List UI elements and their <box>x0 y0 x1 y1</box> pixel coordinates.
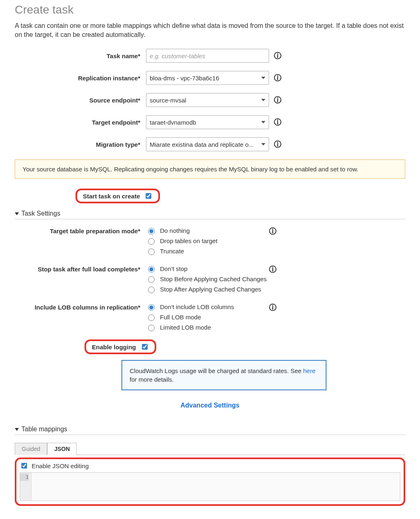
label-start-task: Start task on create <box>83 193 144 200</box>
caret-down-icon <box>15 428 19 431</box>
row-target-endpoint: Target endpoint* taraet-dvnamodb ⓘ <box>15 115 405 129</box>
advanced-settings-link[interactable]: Advanced Settings <box>180 402 240 409</box>
lob-group: Don't include LOB columns Full LOB mode … <box>146 303 269 331</box>
label-migration-type: Migration type* <box>15 141 146 148</box>
select-text: Miarate existina data and replicate o... <box>150 141 256 148</box>
info-icon[interactable]: ⓘ <box>274 96 281 104</box>
source-endpoint-select[interactable]: source-mvsal <box>146 93 269 107</box>
row-enable-logging: Enable logging <box>84 339 405 354</box>
cloudwatch-tail: for more details. <box>130 376 174 383</box>
info-icon[interactable]: ⓘ <box>269 304 276 311</box>
json-editor[interactable]: 1 <box>20 472 400 501</box>
label-enable-json: Enable JSON editing <box>32 462 89 469</box>
radio-no-lob[interactable]: Don't include LOB columns <box>146 303 269 311</box>
row-replication-instance: Replication instance* bloa-dms - vpc-73b… <box>15 71 405 85</box>
select-text: taraet-dvnamodb <box>150 119 199 126</box>
row-stop-task: Stop task after full load completes* Don… <box>15 265 405 293</box>
chevron-down-icon <box>261 99 265 101</box>
radio-truncate[interactable]: Truncate <box>146 247 269 255</box>
line-number: 1 <box>20 473 29 481</box>
radio-label: Stop Before Applying Cached Changes <box>160 275 267 282</box>
page-title: Create task <box>15 3 405 16</box>
task-name-input[interactable] <box>146 49 269 63</box>
label-replication-instance: Replication instance* <box>15 75 146 82</box>
migration-type-select[interactable]: Miarate existina data and replicate o... <box>146 137 269 151</box>
row-lob: Include LOB columns in replication* Don'… <box>15 303 405 331</box>
label-target-endpoint: Target endpoint* <box>15 119 146 126</box>
radio-drop-tables[interactable]: Drop tables on target <box>146 237 269 245</box>
stop-task-group: Don't stop Stop Before Applying Cached C… <box>146 265 269 293</box>
info-icon[interactable]: ⓘ <box>274 52 281 59</box>
section-title: Task Settings <box>21 210 60 217</box>
info-icon[interactable]: ⓘ <box>269 228 276 235</box>
chevron-down-icon <box>261 77 265 79</box>
radio-label: Truncate <box>160 248 184 255</box>
row-prep-mode: Target table preparation mode* Do nothin… <box>15 227 405 255</box>
radio-label: Limited LOB mode <box>160 324 211 331</box>
radio-label: Don't include LOB columns <box>160 303 234 310</box>
radio-label: Do nothing <box>160 227 190 234</box>
info-icon[interactable]: ⓘ <box>274 118 281 126</box>
radio-label: Drop tables on target <box>160 237 217 244</box>
row-start-task: Start task on create <box>75 189 405 203</box>
radio-do-nothing[interactable]: Do nothing <box>146 227 269 234</box>
section-table-mappings[interactable]: Table mappings <box>15 426 405 435</box>
warning-banner: Your source database is MySQL. Replicati… <box>15 159 405 179</box>
cloudwatch-link[interactable]: here <box>303 367 315 374</box>
select-text: bloa-dms - vpc-73ba6c16 <box>150 75 221 82</box>
row-task-name: Task name* ⓘ <box>15 49 405 63</box>
row-migration-type: Migration type* Miarate existina data an… <box>15 137 405 151</box>
target-endpoint-select[interactable]: taraet-dvnamodb <box>146 115 269 129</box>
editor-gutter: 1 <box>20 473 32 501</box>
cloudwatch-note: CloudWatch Logs usage will be charged at… <box>121 360 326 390</box>
radio-full-lob[interactable]: Full LOB mode <box>146 313 269 321</box>
page-intro: A task can contain one or more table map… <box>15 21 405 39</box>
chevron-down-icon <box>261 143 265 146</box>
enable-json-checkbox[interactable] <box>21 463 27 469</box>
section-title: Table mappings <box>21 426 67 433</box>
label-prep-mode: Target table preparation mode* <box>15 227 146 234</box>
tab-guided[interactable]: Guided <box>15 443 47 455</box>
label-source-endpoint: Source endpoint* <box>15 97 146 104</box>
radio-stop-after[interactable]: Stop After Applying Cached Changes <box>146 285 269 293</box>
section-task-settings[interactable]: Task Settings <box>15 210 405 219</box>
label-task-name: Task name* <box>15 52 146 59</box>
radio-label: Stop After Applying Cached Changes <box>160 286 261 293</box>
radio-label: Don't stop <box>160 265 187 272</box>
cloudwatch-text: CloudWatch Logs usage will be charged at… <box>130 367 303 374</box>
label-stop-task: Stop task after full load completes* <box>15 265 146 273</box>
radio-limited-lob[interactable]: Limited LOB mode <box>146 323 269 331</box>
select-text: source-mvsal <box>150 97 189 104</box>
tab-json[interactable]: JSON <box>47 443 77 455</box>
row-enable-json: Enable JSON editing <box>20 462 400 470</box>
highlight-json-editing: Enable JSON editing 1 <box>15 458 405 506</box>
highlight-enable-logging: Enable logging <box>84 339 156 354</box>
advanced-settings-row: Advanced Settings <box>15 402 405 409</box>
radio-label: Full LOB mode <box>160 314 201 321</box>
row-source-endpoint: Source endpoint* source-mvsal ⓘ <box>15 93 405 107</box>
radio-dont-stop[interactable]: Don't stop <box>146 265 269 273</box>
editor-body[interactable] <box>32 473 400 501</box>
enable-logging-checkbox[interactable] <box>142 344 148 350</box>
info-icon[interactable]: ⓘ <box>274 74 281 82</box>
chevron-down-icon <box>261 121 265 123</box>
highlight-start-task: Start task on create <box>75 189 160 203</box>
replication-instance-select[interactable]: bloa-dms - vpc-73ba6c16 <box>146 71 269 85</box>
label-enable-logging: Enable logging <box>92 344 140 351</box>
start-task-checkbox[interactable] <box>146 193 151 199</box>
info-icon[interactable]: ⓘ <box>274 141 281 148</box>
table-mappings-tabs: Guided JSON <box>15 442 405 455</box>
prep-mode-group: Do nothing Drop tables on target Truncat… <box>146 227 269 255</box>
radio-stop-before[interactable]: Stop Before Applying Cached Changes <box>146 275 269 283</box>
info-icon[interactable]: ⓘ <box>269 266 276 273</box>
caret-down-icon <box>15 212 19 215</box>
label-lob: Include LOB columns in replication* <box>15 303 146 311</box>
